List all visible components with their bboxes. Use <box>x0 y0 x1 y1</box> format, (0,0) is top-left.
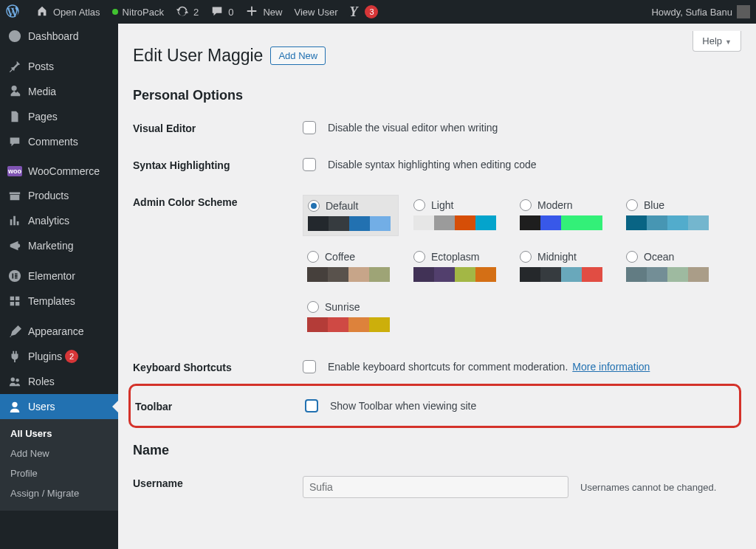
sidebar-label: Marketing <box>28 240 73 252</box>
sidebar-item-posts[interactable]: Posts <box>0 53 118 79</box>
radio-icon <box>413 251 425 263</box>
submenu-profile[interactable]: Profile <box>0 463 118 483</box>
sidebar-item-marketing[interactable]: Marketing <box>0 233 118 258</box>
syntax-checkbox[interactable] <box>303 158 316 171</box>
submenu-add-new[interactable]: Add New <box>0 443 118 463</box>
sidebar-item-comments[interactable]: Comments <box>0 129 118 154</box>
scheme-label: Coffee <box>325 251 355 263</box>
sidebar-item-products[interactable]: Products <box>0 183 118 208</box>
color-scheme-grid: Default Light Modern Blue Coffee <box>303 195 741 336</box>
updates-link[interactable]: 2 <box>170 0 205 24</box>
sidebar-label: Appearance <box>28 325 84 337</box>
sidebar-item-pages[interactable]: Pages <box>0 104 118 129</box>
new-content-link[interactable]: New <box>239 0 288 24</box>
swatches <box>626 267 713 282</box>
swatch <box>329 216 349 231</box>
name-heading: Name <box>133 443 741 458</box>
swatch <box>434 215 455 230</box>
marketing-icon <box>7 239 22 252</box>
sidebar-label: Users <box>28 401 55 412</box>
swatch <box>626 215 647 230</box>
swatch <box>667 267 688 282</box>
keyboard-label: Keyboard Shortcuts <box>133 360 303 373</box>
scheme-ectoplasm[interactable]: Ectoplasm <box>409 246 505 286</box>
swatch <box>520 215 540 230</box>
dashboard-icon <box>7 30 22 43</box>
add-new-button[interactable]: Add New <box>270 46 326 65</box>
sidebar-item-analytics[interactable]: Analytics <box>0 208 118 233</box>
swatch <box>434 267 455 282</box>
refresh-icon <box>176 4 189 20</box>
swatch <box>540 215 561 230</box>
sidebar-item-users[interactable]: Users <box>0 394 118 419</box>
radio-icon <box>520 251 532 263</box>
svg-point-2 <box>11 378 15 381</box>
swatch <box>348 317 369 332</box>
swatch <box>540 267 561 282</box>
swatch <box>328 317 348 332</box>
help-tab[interactable]: Help▼ <box>693 31 741 52</box>
scheme-sunrise[interactable]: Sunrise <box>303 297 399 336</box>
swatch <box>647 215 667 230</box>
swatch <box>413 215 434 230</box>
sidebar-item-templates[interactable]: Templates <box>0 289 118 314</box>
comment-icon <box>210 4 224 20</box>
scheme-default[interactable]: Default <box>303 195 399 236</box>
view-user-label: View User <box>294 7 337 18</box>
view-user-link[interactable]: View User <box>288 0 343 24</box>
wp-logo[interactable] <box>0 0 30 24</box>
comments-link[interactable]: 0 <box>205 0 239 24</box>
sidebar-item-elementor[interactable]: Elementor <box>0 263 118 289</box>
username-label: Username <box>133 476 303 489</box>
scheme-coffee[interactable]: Coffee <box>303 246 399 286</box>
swatch <box>582 267 602 282</box>
scheme-label: Light <box>431 199 453 211</box>
sidebar-item-plugins[interactable]: Plugins 2 <box>0 344 118 369</box>
sidebar-item-dashboard[interactable]: Dashboard <box>0 24 118 49</box>
keyboard-checkbox[interactable] <box>303 360 316 373</box>
sidebar-item-roles[interactable]: Roles <box>0 369 118 394</box>
sidebar-label: Posts <box>28 61 54 72</box>
submenu-assign-migrate[interactable]: Assign / Migrate <box>0 483 118 503</box>
scheme-blue[interactable]: Blue <box>622 195 718 236</box>
plus-icon <box>245 4 258 20</box>
swatch <box>349 216 370 231</box>
users-icon <box>7 400 22 413</box>
row-syntax-highlighting: Syntax Highlighting Disable syntax highl… <box>133 158 741 171</box>
yoast-link[interactable]: Y 3 <box>343 0 384 24</box>
sidebar-item-appearance[interactable]: Appearance <box>0 318 118 344</box>
comments-icon <box>7 135 22 148</box>
swatches <box>413 215 501 230</box>
sidebar-item-media[interactable]: Media <box>0 79 118 104</box>
pin-icon <box>7 60 22 73</box>
visual-editor-checkbox[interactable] <box>303 121 316 134</box>
yoast-icon: Y <box>349 5 357 18</box>
radio-icon <box>626 251 638 263</box>
submenu-all-users[interactable]: All Users <box>0 424 118 443</box>
toolbar-checkbox[interactable] <box>305 399 318 412</box>
account-link[interactable]: Howdy, Sufia Banu <box>645 0 756 24</box>
swatches <box>307 267 394 282</box>
swatches <box>413 267 501 282</box>
radio-icon <box>413 199 425 211</box>
swatch <box>688 215 709 230</box>
syntax-label: Syntax Highlighting <box>133 158 303 171</box>
site-name-link[interactable]: Open Atlas <box>30 0 106 24</box>
nitropack-link[interactable]: NitroPack <box>106 0 170 24</box>
more-information-link[interactable]: More information <box>572 361 650 373</box>
analytics-icon <box>7 214 22 227</box>
media-icon <box>7 85 22 98</box>
scheme-light[interactable]: Light <box>409 195 505 236</box>
swatch <box>369 317 390 332</box>
pages-icon <box>7 110 22 123</box>
swatch <box>348 267 369 282</box>
home-icon <box>35 4 49 20</box>
plugins-badge: 2 <box>65 350 78 363</box>
scheme-modern[interactable]: Modern <box>515 195 611 236</box>
scheme-ocean[interactable]: Ocean <box>622 246 718 286</box>
scheme-midnight[interactable]: Midnight <box>515 246 611 286</box>
sidebar-item-woocommerce[interactable]: woo WooCommerce <box>0 159 118 183</box>
howdy-text: Howdy, Sufia Banu <box>651 7 732 18</box>
radio-icon <box>520 199 532 211</box>
roles-icon <box>7 375 22 388</box>
